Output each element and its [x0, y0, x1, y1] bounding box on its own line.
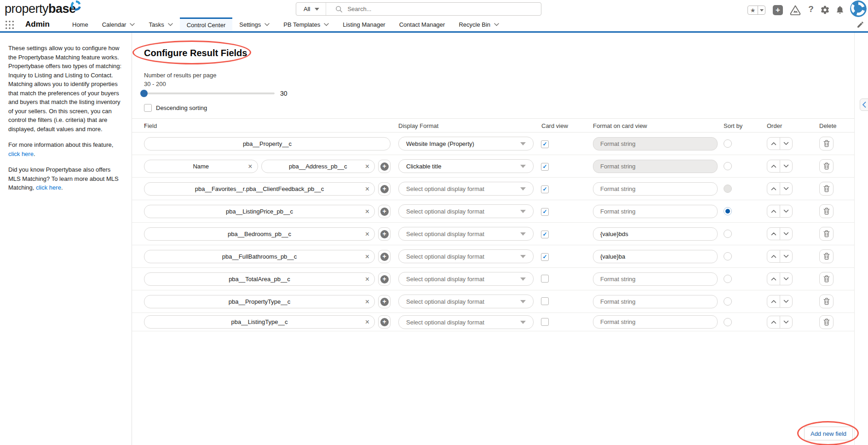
- results-slider-thumb[interactable]: [140, 90, 148, 97]
- add-subfield-button[interactable]: +: [378, 272, 391, 286]
- sort-by-radio[interactable]: [724, 162, 732, 170]
- move-up-button[interactable]: [767, 183, 780, 195]
- format-on-card-view-input[interactable]: Format string: [593, 272, 718, 286]
- tab-pb-templates[interactable]: PB Templates: [276, 17, 336, 31]
- card-view-checkbox[interactable]: [541, 297, 549, 305]
- field-input[interactable]: pba__Favorites__r.pba__ClientFeedback_pb…: [144, 182, 375, 196]
- sort-by-radio[interactable]: [724, 297, 732, 306]
- favorites-dropdown[interactable]: [758, 6, 765, 14]
- clear-field-icon[interactable]: ×: [248, 163, 252, 170]
- clear-field-icon[interactable]: ×: [365, 298, 369, 306]
- delete-row-button[interactable]: [819, 182, 834, 196]
- format-on-card-view-input[interactable]: {value}bds: [593, 227, 718, 241]
- field-input[interactable]: Name×: [144, 160, 258, 173]
- delete-row-button[interactable]: [819, 204, 834, 218]
- clear-field-icon[interactable]: ×: [365, 163, 369, 170]
- descending-sorting-checkbox[interactable]: [144, 104, 152, 112]
- card-view-checkbox[interactable]: ✓: [541, 163, 549, 171]
- delete-row-button[interactable]: [819, 295, 834, 308]
- card-view-checkbox[interactable]: ✓: [541, 208, 549, 216]
- app-launcher-waffle-icon[interactable]: [5, 20, 15, 32]
- field-input[interactable]: pba__ListingType__c×: [144, 315, 375, 329]
- add-subfield-button[interactable]: +: [378, 205, 391, 218]
- delete-row-button[interactable]: [819, 315, 834, 329]
- display-format-select[interactable]: Website Image (Property): [398, 137, 534, 150]
- results-slider-track[interactable]: [144, 92, 275, 94]
- add-subfield-button[interactable]: +: [378, 160, 391, 173]
- field-input[interactable]: pba__FullBathrooms_pb__c×: [144, 250, 375, 263]
- display-format-select[interactable]: Select optional display format: [398, 272, 534, 286]
- move-up-button[interactable]: [767, 138, 780, 150]
- add-new-field-button[interactable]: Add new field: [804, 427, 853, 440]
- card-view-checkbox[interactable]: ✓: [541, 140, 549, 148]
- add-icon[interactable]: +: [773, 5, 783, 15]
- field-input[interactable]: pba__PropertyType__c×: [144, 295, 375, 308]
- side-panel-handle[interactable]: [860, 98, 868, 111]
- delete-row-button[interactable]: [819, 272, 834, 286]
- field-input[interactable]: pba__ListingPrice_pb__c×: [144, 205, 375, 218]
- clear-field-icon[interactable]: ×: [365, 231, 369, 238]
- move-down-button[interactable]: [780, 160, 792, 172]
- clear-field-icon[interactable]: ×: [365, 208, 369, 215]
- add-subfield-button[interactable]: +: [378, 250, 391, 263]
- tab-home[interactable]: Home: [65, 17, 95, 31]
- display-format-select[interactable]: Select optional display format: [398, 295, 534, 308]
- format-on-card-view-input[interactable]: Format string: [593, 205, 718, 218]
- delete-row-button[interactable]: [819, 249, 834, 263]
- edit-nav-pencil-icon[interactable]: [857, 21, 864, 30]
- help-icon[interactable]: ?: [807, 4, 815, 14]
- tab-recycle-bin[interactable]: Recycle Bin: [452, 17, 506, 31]
- move-down-button[interactable]: [780, 316, 792, 328]
- format-on-card-view-input[interactable]: Format string: [593, 182, 718, 196]
- tab-settings[interactable]: Settings: [232, 17, 276, 31]
- delete-row-button[interactable]: [819, 159, 834, 173]
- display-format-select[interactable]: Select optional display format: [398, 249, 534, 263]
- clear-field-icon[interactable]: ×: [365, 253, 369, 260]
- sort-by-radio[interactable]: [724, 139, 732, 148]
- move-up-button[interactable]: [767, 273, 780, 285]
- display-format-select[interactable]: Select optional display format: [398, 315, 534, 329]
- sort-by-radio[interactable]: [724, 185, 732, 193]
- field-input[interactable]: pba__Address_pb__c×: [261, 160, 375, 173]
- move-down-button[interactable]: [780, 205, 792, 217]
- sort-by-radio[interactable]: [724, 207, 732, 215]
- format-on-card-view-input[interactable]: Format string: [593, 295, 718, 308]
- add-subfield-button[interactable]: +: [378, 182, 391, 196]
- move-up-button[interactable]: [767, 228, 780, 240]
- add-subfield-button[interactable]: +: [378, 227, 391, 241]
- field-input[interactable]: pba__TotalArea_pb__c×: [144, 272, 375, 286]
- display-format-select[interactable]: Select optional display format: [398, 182, 534, 196]
- sort-by-radio[interactable]: [724, 275, 732, 283]
- favorites-star-icon[interactable]: ★: [748, 6, 758, 14]
- add-subfield-button[interactable]: +: [378, 295, 391, 308]
- move-up-button[interactable]: [767, 160, 780, 172]
- search-input[interactable]: Search...: [347, 6, 371, 12]
- search-scope-dropdown[interactable]: All: [296, 3, 326, 15]
- tab-control-center[interactable]: Control Center: [180, 17, 233, 31]
- field-input[interactable]: pba__Bedrooms_pb__c×: [144, 227, 375, 241]
- card-view-checkbox[interactable]: [541, 275, 549, 283]
- move-down-button[interactable]: [780, 183, 792, 195]
- card-view-checkbox[interactable]: ✓: [541, 231, 549, 238]
- move-down-button[interactable]: [780, 273, 792, 285]
- move-up-button[interactable]: [767, 250, 780, 262]
- notifications-bell-icon[interactable]: [835, 5, 845, 15]
- sort-by-radio[interactable]: [724, 252, 732, 260]
- avatar[interactable]: [850, 0, 867, 17]
- favorites-widget[interactable]: ★: [747, 6, 765, 15]
- guidance-icon[interactable]: [790, 5, 801, 15]
- tab-calendar[interactable]: Calendar: [95, 17, 142, 31]
- sort-by-radio[interactable]: [724, 230, 732, 238]
- mls-matching-link[interactable]: click here: [36, 184, 61, 191]
- tab-contact-manager[interactable]: Contact Manager: [392, 17, 452, 31]
- format-on-card-view-input[interactable]: Format string: [593, 315, 718, 329]
- delete-row-button[interactable]: [819, 137, 834, 150]
- more-info-link[interactable]: click here: [8, 150, 34, 157]
- clear-field-icon[interactable]: ×: [365, 318, 369, 326]
- display-format-select[interactable]: Clickable title: [398, 159, 534, 173]
- move-down-button[interactable]: [780, 250, 792, 262]
- card-view-checkbox[interactable]: ✓: [541, 185, 549, 193]
- sort-by-radio[interactable]: [724, 318, 732, 326]
- format-on-card-view-input[interactable]: {value}ba: [593, 250, 718, 263]
- card-view-checkbox[interactable]: [541, 318, 549, 326]
